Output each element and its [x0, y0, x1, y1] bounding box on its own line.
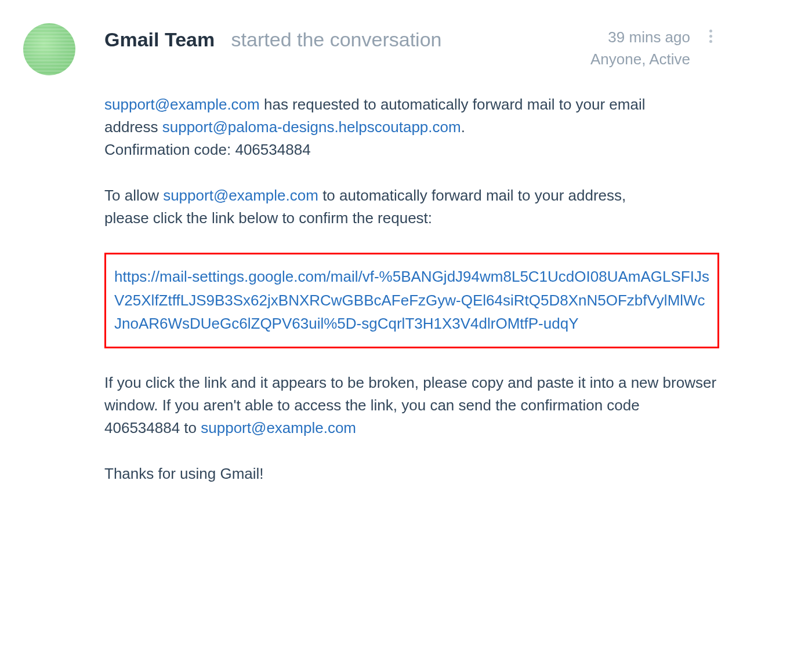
forward-to-email-link[interactable]: support@paloma-designs.helpscoutapp.com: [162, 118, 461, 136]
message-meta: 39 mins ago Anyone, Active: [590, 23, 719, 70]
conversation-thread: Gmail Team started the conversation 39 m…: [0, 0, 812, 666]
allow-email-link[interactable]: support@example.com: [163, 187, 318, 204]
message-content: Gmail Team started the conversation 39 m…: [75, 23, 719, 485]
forward-request-paragraph: support@example.com has requested to aut…: [104, 93, 719, 161]
message-header-row: Gmail Team started the conversation 39 m…: [104, 23, 719, 70]
fallback-text: If you click the link and it appears to …: [104, 374, 716, 414]
fallback-to-word: to: [180, 419, 201, 436]
more-options-button[interactable]: [702, 27, 719, 45]
fallback-instructions: If you click the link and it appears to …: [104, 372, 719, 439]
sender-name: Gmail Team: [104, 28, 215, 50]
allow-after-text: to automatically forward mail to your ad…: [322, 187, 626, 204]
period: .: [461, 118, 465, 136]
address-label: address: [104, 118, 162, 136]
confirmation-code-label: Confirmation code:: [104, 141, 235, 158]
confirmation-link[interactable]: https://mail-settings.google.com/mail/vf…: [114, 265, 709, 335]
fallback-code: 406534884: [104, 419, 180, 436]
conversation-action: started the conversation: [231, 28, 442, 50]
confirmation-code-value: 406534884: [235, 141, 310, 158]
requester-email-link[interactable]: support@example.com: [104, 96, 260, 113]
allow-forward-paragraph: To allow support@example.com to automati…: [104, 184, 719, 230]
message-status: Anyone, Active: [590, 49, 690, 71]
confirmation-link-box: https://mail-settings.google.com/mail/vf…: [104, 253, 719, 348]
allow-before-text: To allow: [104, 187, 163, 204]
thanks-line: Thanks for using Gmail!: [104, 463, 719, 485]
conversation-headline: Gmail Team started the conversation: [104, 23, 441, 52]
fallback-email-link[interactable]: support@example.com: [201, 419, 356, 436]
sender-avatar: [23, 23, 75, 75]
forward-request-text: has requested to automatically forward m…: [264, 96, 646, 113]
message-body: support@example.com has requested to aut…: [104, 93, 719, 485]
message-timestamp: 39 mins ago: [590, 27, 690, 49]
please-click-text: please click the link below to confirm t…: [104, 209, 432, 227]
